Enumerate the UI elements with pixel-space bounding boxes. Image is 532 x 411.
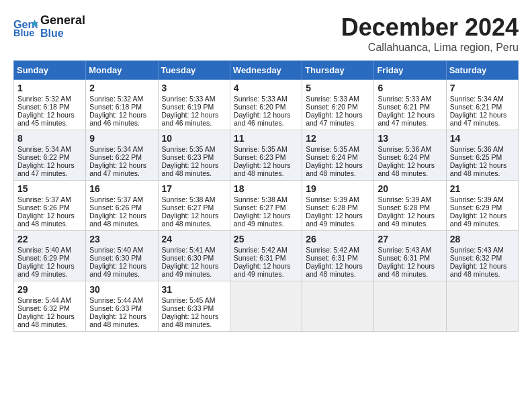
day-number: 11 [234, 133, 298, 144]
daylight-text: Daylight: 12 hours and 47 minutes. [378, 111, 442, 127]
sunrise-text: Sunrise: 5:34 AM [89, 145, 154, 153]
calendar-cell [374, 281, 446, 332]
sunrise-text: Sunrise: 5:44 AM [89, 296, 154, 304]
sunset-text: Sunset: 6:20 PM [234, 103, 298, 111]
sunset-text: Sunset: 6:29 PM [17, 254, 82, 262]
calendar-cell: 19Sunrise: 5:39 AMSunset: 6:28 PMDayligh… [302, 181, 374, 231]
sunrise-text: Sunrise: 5:38 AM [234, 195, 298, 203]
day-number: 21 [450, 183, 515, 194]
sunrise-text: Sunrise: 5:38 AM [162, 195, 226, 203]
calendar-cell: 11Sunrise: 5:35 AMSunset: 6:23 PMDayligh… [230, 130, 302, 181]
sunrise-text: Sunrise: 5:34 AM [17, 145, 82, 153]
calendar-cell: 31Sunrise: 5:45 AMSunset: 6:33 PMDayligh… [158, 281, 230, 332]
weekday-header-tuesday: Tuesday [158, 61, 230, 80]
daylight-text: Daylight: 12 hours and 48 minutes. [89, 312, 154, 328]
sunrise-text: Sunrise: 5:34 AM [450, 95, 515, 103]
daylight-text: Daylight: 12 hours and 49 minutes. [234, 212, 298, 228]
daylight-text: Daylight: 12 hours and 49 minutes. [378, 212, 442, 228]
calendar-cell: 3Sunrise: 5:33 AMSunset: 6:19 PMDaylight… [158, 80, 230, 130]
daylight-text: Daylight: 12 hours and 48 minutes. [450, 161, 515, 177]
daylight-text: Daylight: 12 hours and 49 minutes. [306, 212, 370, 228]
weekday-header-friday: Friday [374, 61, 446, 80]
day-number: 24 [162, 234, 226, 244]
sunrise-text: Sunrise: 5:35 AM [234, 145, 298, 153]
day-number: 13 [378, 133, 442, 144]
calendar-cell: 23Sunrise: 5:40 AMSunset: 6:30 PMDayligh… [86, 231, 158, 281]
calendar-cell: 4Sunrise: 5:33 AMSunset: 6:20 PMDaylight… [230, 80, 302, 130]
sunset-text: Sunset: 6:21 PM [378, 103, 442, 111]
sunset-text: Sunset: 6:24 PM [306, 153, 370, 161]
location: Callahuanca, Lima region, Peru [341, 42, 519, 54]
calendar-cell: 22Sunrise: 5:40 AMSunset: 6:29 PMDayligh… [14, 231, 86, 281]
sunset-text: Sunset: 6:27 PM [234, 203, 298, 212]
sunset-text: Sunset: 6:18 PM [89, 103, 154, 111]
daylight-text: Daylight: 12 hours and 48 minutes. [162, 312, 226, 328]
calendar-cell: 15Sunrise: 5:37 AMSunset: 6:26 PMDayligh… [14, 181, 86, 231]
sunset-text: Sunset: 6:30 PM [162, 254, 226, 262]
daylight-text: Daylight: 12 hours and 48 minutes. [89, 212, 154, 228]
day-number: 17 [162, 183, 226, 194]
calendar-cell: 8Sunrise: 5:34 AMSunset: 6:22 PMDaylight… [14, 130, 86, 181]
day-number: 31 [162, 284, 226, 295]
daylight-text: Daylight: 12 hours and 49 minutes. [450, 212, 515, 228]
calendar-body: 1Sunrise: 5:32 AMSunset: 6:18 PMDaylight… [14, 80, 519, 332]
day-number: 1 [17, 83, 82, 93]
sunrise-text: Sunrise: 5:33 AM [378, 95, 442, 103]
svg-text:Blue: Blue [13, 28, 34, 38]
day-number: 18 [234, 183, 298, 194]
sunrise-text: Sunrise: 5:41 AM [162, 246, 226, 254]
header: General Blue General Blue December 2024 … [13, 13, 519, 54]
sunset-text: Sunset: 6:28 PM [378, 203, 442, 212]
sunrise-text: Sunrise: 5:36 AM [378, 145, 442, 153]
day-number: 27 [378, 234, 442, 244]
sunset-text: Sunset: 6:20 PM [306, 103, 370, 111]
daylight-text: Daylight: 12 hours and 46 minutes. [234, 111, 298, 127]
calendar-cell: 2Sunrise: 5:32 AMSunset: 6:18 PMDaylight… [86, 80, 158, 130]
calendar-cell [302, 281, 374, 332]
sunrise-text: Sunrise: 5:43 AM [378, 246, 442, 254]
sunrise-text: Sunrise: 5:43 AM [450, 246, 515, 254]
daylight-text: Daylight: 12 hours and 49 minutes. [162, 262, 226, 278]
sunrise-text: Sunrise: 5:39 AM [378, 195, 442, 203]
sunrise-text: Sunrise: 5:40 AM [17, 246, 82, 254]
calendar-cell: 14Sunrise: 5:36 AMSunset: 6:25 PMDayligh… [446, 130, 518, 181]
calendar-cell: 9Sunrise: 5:34 AMSunset: 6:22 PMDaylight… [86, 130, 158, 181]
daylight-text: Daylight: 12 hours and 47 minutes. [306, 111, 370, 127]
calendar-cell: 29Sunrise: 5:44 AMSunset: 6:32 PMDayligh… [14, 281, 86, 332]
daylight-text: Daylight: 12 hours and 47 minutes. [450, 111, 515, 127]
calendar-cell: 12Sunrise: 5:35 AMSunset: 6:24 PMDayligh… [302, 130, 374, 181]
daylight-text: Daylight: 12 hours and 48 minutes. [17, 312, 82, 328]
calendar-cell: 17Sunrise: 5:38 AMSunset: 6:27 PMDayligh… [158, 181, 230, 231]
day-number: 10 [162, 133, 226, 144]
day-number: 15 [17, 183, 82, 194]
day-number: 25 [234, 234, 298, 244]
calendar-cell: 30Sunrise: 5:44 AMSunset: 6:33 PMDayligh… [86, 281, 158, 332]
sunset-text: Sunset: 6:26 PM [89, 203, 154, 212]
sunset-text: Sunset: 6:21 PM [450, 103, 515, 111]
sunset-text: Sunset: 6:23 PM [162, 153, 226, 161]
day-number: 23 [89, 234, 154, 244]
calendar-header: SundayMondayTuesdayWednesdayThursdayFrid… [14, 61, 519, 80]
sunset-text: Sunset: 6:32 PM [17, 304, 82, 312]
daylight-text: Daylight: 12 hours and 49 minutes. [89, 262, 154, 278]
calendar-cell: 10Sunrise: 5:35 AMSunset: 6:23 PMDayligh… [158, 130, 230, 181]
daylight-text: Daylight: 12 hours and 48 minutes. [234, 161, 298, 177]
month-title: December 2024 [341, 13, 519, 42]
sunrise-text: Sunrise: 5:32 AM [17, 95, 82, 103]
daylight-text: Daylight: 12 hours and 48 minutes. [378, 262, 442, 278]
day-number: 26 [306, 234, 370, 244]
calendar-cell: 1Sunrise: 5:32 AMSunset: 6:18 PMDaylight… [14, 80, 86, 130]
sunrise-text: Sunrise: 5:37 AM [89, 195, 154, 203]
calendar-cell: 26Sunrise: 5:42 AMSunset: 6:31 PMDayligh… [302, 231, 374, 281]
daylight-text: Daylight: 12 hours and 46 minutes. [162, 111, 226, 127]
sunrise-text: Sunrise: 5:32 AM [89, 95, 154, 103]
daylight-text: Daylight: 12 hours and 48 minutes. [17, 212, 82, 228]
sunset-text: Sunset: 6:27 PM [162, 203, 226, 212]
daylight-text: Daylight: 12 hours and 45 minutes. [17, 111, 82, 127]
calendar-cell: 28Sunrise: 5:43 AMSunset: 6:32 PMDayligh… [446, 231, 518, 281]
daylight-text: Daylight: 12 hours and 49 minutes. [17, 262, 82, 278]
weekday-header-sunday: Sunday [14, 61, 86, 80]
weekday-header-wednesday: Wednesday [230, 61, 302, 80]
day-number: 2 [89, 83, 154, 93]
calendar-cell: 27Sunrise: 5:43 AMSunset: 6:31 PMDayligh… [374, 231, 446, 281]
